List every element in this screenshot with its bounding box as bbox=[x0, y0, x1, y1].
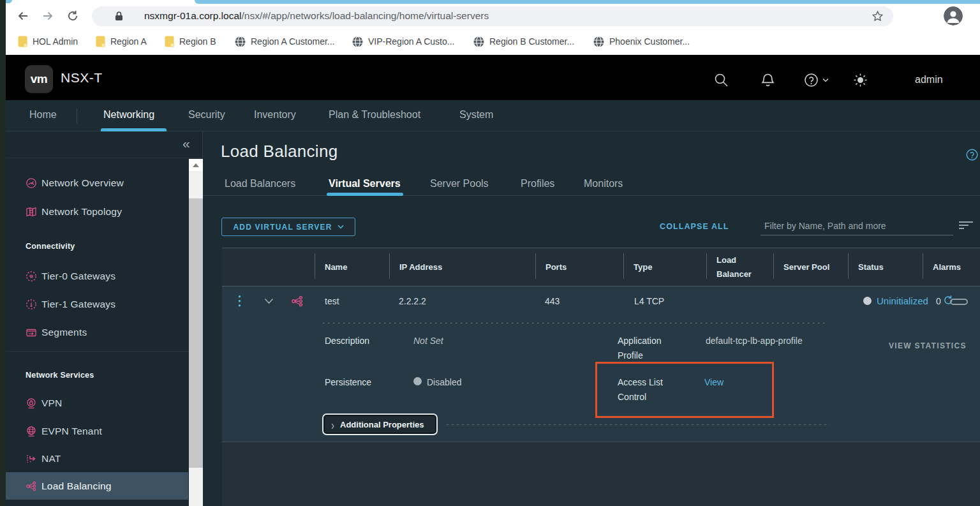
filter-icon[interactable] bbox=[959, 221, 973, 230]
column-status[interactable]: Status bbox=[848, 248, 923, 286]
bookmark-region-a-customer[interactable]: Region A Customer... bbox=[235, 28, 335, 55]
load-balancing-icon bbox=[26, 480, 37, 492]
additional-properties-button[interactable]: › Additional Properties bbox=[322, 413, 438, 435]
bookmark-label: VIP-Region A Custo... bbox=[368, 36, 454, 47]
tab-virtual-servers[interactable]: Virtual Servers bbox=[329, 172, 401, 195]
sidebar-item-network-topology[interactable]: Network Topology bbox=[6, 199, 188, 225]
virtual-server-icon bbox=[291, 295, 304, 308]
bookmark-phoenix-customer[interactable]: Phoenix Customer... bbox=[593, 28, 690, 55]
lb-tabs: Load Balancers Virtual Servers Server Po… bbox=[203, 172, 980, 196]
username[interactable]: admin bbox=[915, 74, 943, 86]
desktop-edge-strip bbox=[0, 0, 6, 506]
column-controls bbox=[222, 248, 315, 286]
sidebar-item-evpn-tenant[interactable]: EVPN Tenant bbox=[6, 419, 188, 444]
column-name[interactable]: Name bbox=[315, 248, 389, 286]
bookmark-star-icon[interactable] bbox=[871, 10, 884, 23]
sidebar-item-label: EVPN Tenant bbox=[41, 426, 102, 437]
tier1-icon bbox=[26, 299, 37, 310]
help-caret-icon[interactable] bbox=[822, 78, 829, 82]
search-icon[interactable] bbox=[714, 73, 729, 87]
browser-toolbar: nsxmgr-01a.corp.local/nsx/#/app/networks… bbox=[6, 4, 980, 28]
tab-server-pools[interactable]: Server Pools bbox=[430, 172, 489, 195]
bookmark-label: Region A bbox=[110, 36, 147, 47]
tab-monitors[interactable]: Monitors bbox=[584, 172, 623, 195]
bookmark-label: Phoenix Customer... bbox=[609, 36, 690, 47]
bookmark-label: HOL Admin bbox=[33, 36, 78, 47]
sidebar-item-segments[interactable]: Segments bbox=[6, 320, 188, 345]
bookmark-label: Region B Customer... bbox=[489, 36, 574, 47]
bookmark-hol-admin[interactable]: HOL Admin bbox=[18, 28, 78, 55]
sidebar-item-tier0-gateways[interactable]: Tier-0 Gateways bbox=[6, 264, 188, 289]
help-icon[interactable] bbox=[804, 73, 819, 87]
address-bar[interactable]: nsxmgr-01a.corp.local/nsx/#/app/networks… bbox=[92, 6, 893, 26]
detail-separator bbox=[447, 424, 830, 425]
column-ports[interactable]: Ports bbox=[535, 248, 623, 286]
bookmark-vip-region-a[interactable]: VIP-Region A Custo... bbox=[352, 28, 454, 55]
column-ip-address[interactable]: IP Address bbox=[389, 248, 535, 286]
cell-name[interactable]: test bbox=[325, 296, 339, 306]
notifications-bell-icon[interactable] bbox=[761, 73, 775, 87]
browser-profile-avatar[interactable] bbox=[944, 6, 963, 26]
bookmark-region-b-customer[interactable]: Region B Customer... bbox=[473, 28, 574, 55]
add-virtual-server-button[interactable]: ADD VIRTUAL SERVER bbox=[221, 218, 355, 236]
sidebar-item-vpn[interactable]: VPN bbox=[6, 391, 188, 416]
cell-status[interactable]: Uninitialized bbox=[877, 295, 928, 306]
url-domain: nsxmgr-01a.corp.local bbox=[144, 10, 241, 21]
nat-icon bbox=[26, 453, 37, 465]
url-text[interactable]: nsxmgr-01a.corp.local/nsx/#/app/networks… bbox=[144, 10, 489, 22]
globe-icon bbox=[593, 36, 604, 47]
sidebar-item-load-balancing[interactable]: Load Balancing bbox=[6, 472, 188, 500]
collapse-all-button[interactable]: COLLAPSE ALL bbox=[660, 222, 729, 231]
product-title: NSX-T bbox=[61, 70, 103, 86]
filter-placeholder: Filter by Name, Path and more bbox=[764, 221, 886, 231]
column-load-balancer[interactable]: Load Balancer bbox=[706, 248, 773, 286]
cell-ports: 443 bbox=[545, 296, 560, 306]
nav-tab-plan-troubleshoot[interactable]: Plan & Troubleshoot bbox=[329, 109, 420, 121]
row-expand-chevron-icon[interactable] bbox=[264, 298, 274, 304]
sidebar-scrollbar-track[interactable] bbox=[189, 159, 203, 506]
theme-sun-icon[interactable] bbox=[853, 73, 868, 87]
nav-tab-system[interactable]: System bbox=[459, 109, 493, 121]
nav-tab-inventory[interactable]: Inventory bbox=[254, 109, 296, 121]
browser-back-icon[interactable] bbox=[17, 10, 29, 22]
nav-tab-home[interactable]: Home bbox=[29, 109, 57, 121]
sidebar-item-network-overview[interactable]: Network Overview bbox=[6, 170, 188, 196]
nav-tab-networking[interactable]: Networking bbox=[103, 109, 154, 121]
tab-load-balancers[interactable]: Load Balancers bbox=[225, 172, 295, 195]
nsx-header: vm NSX-T admin bbox=[6, 55, 980, 100]
sidebar-item-label: Tier-0 Gateways bbox=[41, 271, 115, 282]
sidebar-divider bbox=[6, 351, 189, 352]
sidebar-item-tier1-gateways[interactable]: Tier-1 Gateways bbox=[6, 292, 188, 317]
sidebar-scrollbar-thumb[interactable] bbox=[189, 198, 203, 468]
column-server-pool[interactable]: Server Pool bbox=[773, 248, 848, 286]
column-alarms[interactable]: Alarms bbox=[923, 248, 980, 286]
sidebar-collapse-icon[interactable]: « bbox=[182, 136, 190, 151]
view-statistics-button[interactable]: VIEW STATISTICS bbox=[889, 341, 967, 350]
main-content: Load Balancing Load Balancers Virtual Se… bbox=[203, 131, 980, 506]
cell-alarms[interactable]: 0 bbox=[936, 296, 941, 306]
application-profile-value: default-tcp-lb-app-profile bbox=[706, 334, 803, 348]
table-header-row: Name IP Address Ports Type Load Balancer… bbox=[222, 248, 980, 286]
sidebar-item-nat[interactable]: NAT bbox=[6, 446, 188, 472]
vmware-logo[interactable]: vm bbox=[25, 65, 53, 93]
description-label: Description bbox=[325, 334, 369, 348]
sidebar-scrollbar-up-button[interactable] bbox=[189, 159, 203, 171]
column-type[interactable]: Type bbox=[623, 248, 706, 286]
row-menu-kebab-icon[interactable] bbox=[238, 295, 241, 308]
page-title: Load Balancing bbox=[221, 142, 338, 161]
bookmark-region-b[interactable]: Region B bbox=[165, 28, 216, 55]
access-list-view-link[interactable]: View bbox=[704, 375, 724, 390]
nav-tab-security[interactable]: Security bbox=[188, 109, 225, 121]
bookmark-label: Region B bbox=[179, 36, 216, 47]
page-help-icon[interactable] bbox=[966, 149, 978, 161]
bookmark-region-a[interactable]: Region A bbox=[96, 28, 147, 55]
status-pill bbox=[950, 299, 968, 305]
vpn-lock-icon bbox=[26, 398, 37, 409]
filter-input[interactable]: Filter by Name, Path and more bbox=[761, 218, 953, 235]
bookmarks-bar: HOL Admin Region A Region B Region A Cus… bbox=[6, 28, 980, 55]
tab-profiles[interactable]: Profiles bbox=[521, 172, 554, 195]
browser-forward-icon[interactable] bbox=[41, 10, 54, 22]
globe-icon bbox=[473, 36, 484, 47]
folder-icon bbox=[18, 36, 27, 47]
browser-reload-icon[interactable] bbox=[66, 10, 79, 22]
